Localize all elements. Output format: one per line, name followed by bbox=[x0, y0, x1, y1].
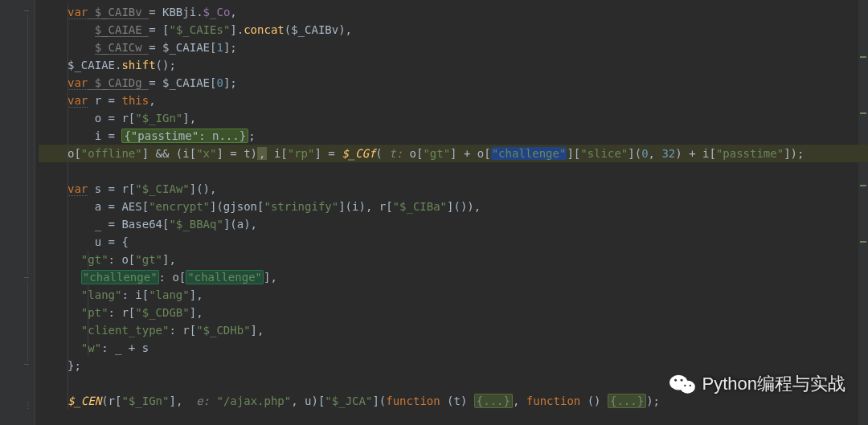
watermark-text: Python编程与实战 bbox=[702, 372, 846, 396]
code-line[interactable]: var $_CAIDg = $_CAIAE[0]; bbox=[39, 74, 868, 92]
code-line[interactable]: var s = r["$_CIAw"](), bbox=[39, 180, 868, 198]
gutter: — — — ⋮ bbox=[0, 0, 35, 425]
code-line[interactable]: "pt": r["$_CDGB"], bbox=[39, 304, 868, 321]
wechat-icon bbox=[669, 373, 696, 395]
svg-point-5 bbox=[689, 385, 690, 386]
code-line[interactable]: $_CAICw = $_CAIAE[1]; bbox=[39, 39, 868, 56]
caret-box: , bbox=[257, 147, 267, 160]
watermark: Python编程与实战 bbox=[669, 372, 846, 396]
code-line[interactable]: $_CAIAE.shift(); bbox=[39, 56, 868, 74]
fold-marker-icon[interactable]: — bbox=[24, 360, 32, 368]
code-line[interactable]: "lang": i["lang"], bbox=[39, 286, 868, 304]
code-line[interactable]: "gt": o["gt"], bbox=[39, 251, 868, 268]
code-editor[interactable]: — — — ⋮ var $_CAIBv = KBBji.$_Co, $_CAIA… bbox=[0, 0, 868, 425]
match-highlight: "challenge" bbox=[186, 270, 264, 284]
selected-text: "challenge" bbox=[491, 147, 567, 160]
code-line-current[interactable]: o["offline"] && (i["x"] = t), i["rp"] = … bbox=[39, 145, 868, 162]
code-line[interactable]: _ = Base64["$_BBAq"](a), bbox=[39, 215, 868, 233]
code-line[interactable]: var $_CAIBv = KBBji.$_Co, bbox=[39, 3, 868, 21]
fold-marker-icon[interactable]: ⋮ bbox=[24, 402, 32, 410]
folded-region[interactable]: {"passtime": n...} bbox=[121, 129, 248, 143]
svg-point-1 bbox=[680, 381, 695, 394]
code-line[interactable]: "w": _ + s bbox=[39, 339, 868, 357]
fold-marker-icon[interactable]: — bbox=[24, 6, 32, 14]
fold-marker-icon[interactable]: — bbox=[24, 273, 32, 281]
code-line[interactable]: var r = this, bbox=[39, 92, 868, 109]
fold-line-icon bbox=[27, 281, 28, 362]
code-line[interactable]: a = AES["encrypt"](gjson["stringify"](i)… bbox=[39, 198, 868, 215]
svg-point-4 bbox=[684, 385, 686, 386]
match-highlight: "challenge" bbox=[81, 270, 159, 284]
code-line[interactable]: u = { bbox=[39, 233, 868, 251]
code-line[interactable]: o = r["$_IGn"], bbox=[39, 109, 868, 127]
code-line[interactable]: $_CAIAE = ["$_CAIEs"].concat($_CAIBv), bbox=[39, 21, 868, 39]
code-line[interactable]: "challenge": o["challenge"], bbox=[39, 268, 868, 286]
folded-region[interactable]: {...} bbox=[608, 394, 646, 408]
code-line[interactable] bbox=[39, 162, 868, 180]
fold-line-icon bbox=[27, 14, 28, 275]
code-line[interactable]: "client_type": r["$_CDHb"], bbox=[39, 321, 868, 339]
code-area[interactable]: var $_CAIBv = KBBji.$_Co, $_CAIAE = ["$_… bbox=[39, 0, 868, 410]
folded-region[interactable]: {...} bbox=[474, 394, 513, 408]
svg-point-3 bbox=[680, 379, 682, 382]
code-line[interactable]: i = {"passtime": n...}; bbox=[39, 127, 868, 145]
svg-point-2 bbox=[674, 379, 677, 382]
